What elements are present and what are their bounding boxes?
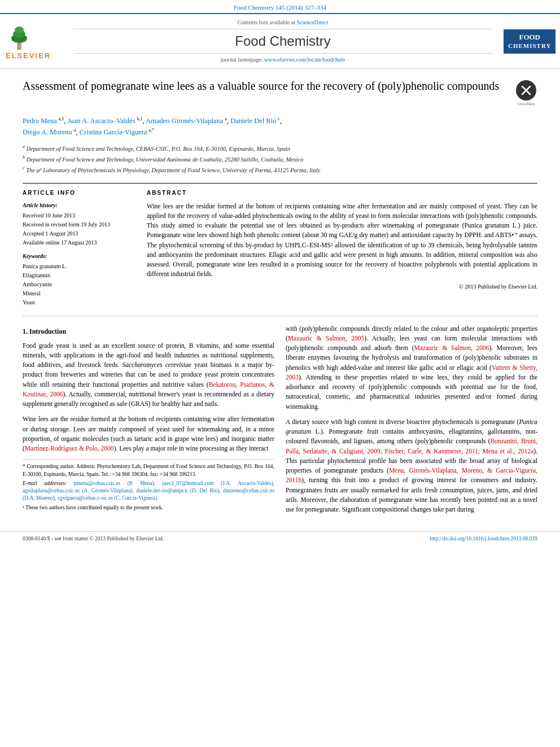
homepage-url[interactable]: www.elsevier.com/locate/foodchem: [264, 56, 345, 63]
footnote-equal-contrib: ¹ These two authors have contributed equ…: [23, 504, 274, 512]
ref-mena2011[interactable]: Mena, Gironés-Vilaplana, Moreno, & Garcí…: [286, 467, 537, 483]
journal-header: ELSEVIER Contents lists available at Sci…: [0, 13, 560, 69]
author-diego[interactable]: Diego A. Moreno: [23, 128, 72, 136]
right-paragraph-1: with (poly)phenolic compounds directly r…: [286, 324, 537, 412]
author-daniele[interactable]: Daniele Del Rio: [230, 117, 276, 125]
keywords-heading: Keywords:: [23, 252, 135, 260]
issn-note: 0308-8146/$ - see front matter © 2013 Pu…: [23, 535, 164, 543]
ref-mazauric2005[interactable]: Mazauric & Salmon, 2005: [288, 335, 365, 342]
svg-point-3: [15, 27, 24, 33]
author-amadeo[interactable]: Amadeo Gironés-Vilaplana: [146, 117, 223, 125]
doi-link[interactable]: http://dx.doi.org/10.1016/j.foodchem.201…: [430, 535, 537, 543]
header-center: Contents lists available at ScienceDirec…: [62, 19, 504, 64]
intro-paragraph-2: Wine lees are the residue formed at the …: [23, 414, 274, 453]
header-rule-bottom: [73, 53, 492, 54]
svg-rect-4: [18, 43, 20, 50]
author-pedro-mena[interactable]: Pedro Mena: [23, 117, 57, 125]
right-paragraph-2: A dietary source with high content in di…: [286, 417, 537, 515]
sciencedirect-link-text[interactable]: ScienceDirect: [296, 19, 328, 25]
food-logo-food: FOOD: [508, 33, 551, 42]
keyword-4: Mineral: [23, 290, 135, 298]
accepted-date: Accepted 1 August 2013: [23, 230, 135, 238]
food-logo-chemistry: CHEMISTRY: [508, 42, 551, 50]
body-left-col: 1. Introduction Food grade yeast is used…: [23, 324, 274, 521]
ref-bonzanini[interactable]: Bonzanini, Bruni, Palla, Serlataite, & C…: [286, 438, 537, 454]
author-cristina[interactable]: Cristina García-Viguera: [80, 128, 147, 136]
ref-bekatorou[interactable]: Bekatorou, Psarianos, & Koutinas, 2006: [23, 381, 274, 397]
revised-date: Received in revised form 19 July 2013: [23, 221, 135, 229]
keyword-2: Ellagitannin: [23, 272, 135, 279]
footnote-corresponding: * Corresponding author. Address: Phytoch…: [23, 463, 274, 478]
author-juan-ascacio[interactable]: Juan A. Ascacio–Valdés: [68, 117, 135, 125]
food-chemistry-logo: FOOD CHEMISTRY: [504, 29, 554, 54]
footnote-section: * Corresponding author. Address: Phytoch…: [23, 459, 274, 512]
crossmark-logo: CrossMark: [515, 80, 537, 107]
crossmark-icon: [520, 84, 532, 97]
crossmark-circle: [516, 80, 536, 101]
bottom-bar: 0308-8146/$ - see front matter © 2013 Pu…: [0, 531, 560, 546]
sciencedirect-link: Contents lists available at ScienceDirec…: [73, 19, 492, 27]
food-chemistry-logo-box: FOOD CHEMISTRY: [504, 29, 555, 54]
ref-mazauric2006[interactable]: Mazauric & Salmon, 2006: [414, 344, 489, 351]
authors-text: Pedro Mena a,1, Juan A. Ascacio–Valdés b…: [23, 117, 282, 136]
journal-title: Food Chemistry: [73, 32, 492, 51]
footnote-email: E-mail addresses: pmena@cebas.csic.es (P…: [23, 480, 274, 503]
introduction-heading: 1. Introduction: [23, 326, 274, 337]
elsevier-logo: ELSEVIER: [6, 21, 62, 61]
crossmark-label: CrossMark: [515, 102, 537, 107]
journal-ref-bar: Food Chemistry 145 (2014) 327–334: [0, 0, 560, 13]
ref-martinez[interactable]: Martínez-Rodríguez & Polo, 2000: [25, 445, 114, 452]
elsevier-tree-icon: [6, 21, 33, 51]
body-right-col: with (poly)phenolic compounds directly r…: [286, 324, 537, 521]
journal-citation: Food Chemistry 145 (2014) 327–334: [234, 4, 326, 11]
affiliation-b: b Department of Food Science and Technol…: [23, 154, 537, 164]
article-info-column: ARTICLE INFO Article history: Received 1…: [23, 189, 135, 308]
ref-vattem[interactable]: Vattem & Shetty, 2003: [286, 364, 537, 381]
affiliation-c: c The φ² Laboratory of Phytochemicals in…: [23, 165, 537, 174]
intro-paragraph-1: Food grade yeast is used as an excellent…: [23, 341, 274, 409]
elsevier-wordmark: ELSEVIER: [6, 51, 62, 61]
keyword-3: Anthocyanin: [23, 281, 135, 289]
abstract-column: ABSTRACT Wine lees are the residue forme…: [147, 189, 537, 308]
history-label: Article history:: [23, 202, 135, 209]
article-title-section: Assessment of pomegranate wine lees as a…: [23, 78, 537, 107]
abstract-copyright: © 2013 Published by Elsevier Ltd.: [147, 283, 537, 291]
article-info-heading: ARTICLE INFO: [23, 189, 135, 197]
header-rule-top: [73, 29, 492, 29]
section-divider: [23, 316, 537, 316]
received-date: Received 10 June 2013: [23, 212, 135, 220]
abstract-text: Wine lees are the residue formed at the …: [147, 202, 537, 279]
article-title: Assessment of pomegranate wine lees as a…: [23, 78, 515, 94]
main-content: Assessment of pomegranate wine lees as a…: [0, 69, 560, 531]
journal-homepage: journal homepage: www.elsevier.com/locat…: [73, 56, 492, 64]
keyword-1: Punica granatum L.: [23, 263, 135, 270]
abstract-heading: ABSTRACT: [147, 189, 537, 197]
affiliations: a Department of Food Science and Technol…: [23, 143, 537, 175]
keyword-5: Yeast: [23, 299, 135, 307]
authors-line: Pedro Mena a,1, Juan A. Ascacio–Valdés b…: [23, 115, 537, 138]
affiliation-a: a Department of Food Science and Technol…: [23, 143, 537, 153]
body-content: 1. Introduction Food grade yeast is used…: [23, 324, 537, 521]
article-info-abstract-section: ARTICLE INFO Article history: Received 1…: [23, 183, 537, 308]
available-date: Available online 17 August 2013: [23, 239, 135, 247]
